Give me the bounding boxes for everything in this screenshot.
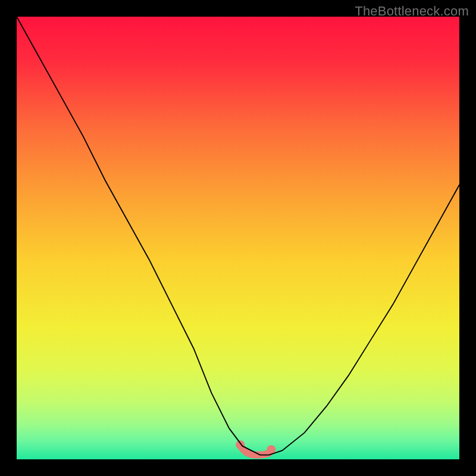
threshold-dot-left xyxy=(236,440,245,449)
watermark-text: TheBottleneck.com xyxy=(355,4,469,19)
curve-layer xyxy=(17,17,459,459)
threshold-overlay xyxy=(240,444,271,455)
bottleneck-curve xyxy=(17,17,459,455)
chart-stage: TheBottleneck.com xyxy=(0,0,476,476)
plot-area xyxy=(17,17,459,459)
